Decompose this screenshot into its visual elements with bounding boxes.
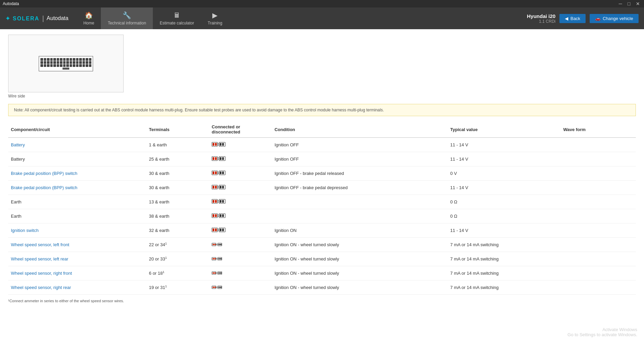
note-text: Note: All component/circuit testing is c… [14, 108, 384, 112]
back-button[interactable]: ◀ Back [559, 14, 586, 23]
nav-estimate-label: Estimate calculator [160, 21, 194, 25]
svg-rect-42 [215, 214, 217, 217]
navbar: ✦ SOLERA | Autodata 🏠 Home 🔧 Technical i… [0, 7, 644, 29]
terminals-cell: 22 or 341 [146, 238, 209, 252]
svg-rect-76 [220, 272, 221, 274]
component-link[interactable]: Battery [11, 142, 25, 147]
condition-cell: Ignition OFF [272, 138, 447, 152]
wave-cell [560, 166, 636, 181]
wrench-icon: 🔧 [123, 11, 131, 19]
svg-rect-2 [215, 143, 217, 146]
header-typical: Typical value [448, 122, 561, 138]
svg-rect-39 [222, 200, 224, 203]
condition-cell: Ignition OFF - brake pedal released [272, 166, 447, 181]
typical-cell: 7 mA or 14 mA switching [448, 266, 561, 280]
svg-rect-22 [220, 171, 221, 174]
change-vehicle-button[interactable]: 🚗 Change vehicle [590, 14, 639, 23]
table-row: Wheel speed sensor, left rear20 or 331 I… [8, 252, 636, 266]
table-body: Battery1 & earth Ignition OFF11 - 14 VBa… [8, 138, 636, 295]
svg-rect-38 [220, 200, 221, 203]
svg-rect-7 [222, 143, 224, 146]
connected-cell [209, 252, 272, 266]
logo-divider: | [42, 15, 44, 22]
svg-rect-78 [213, 287, 214, 288]
header-terminals: Terminals [146, 122, 209, 138]
svg-rect-82 [218, 287, 220, 288]
svg-rect-71 [213, 272, 214, 274]
svg-rect-72 [214, 272, 216, 274]
header-component: Component/circuit [8, 122, 146, 138]
condition-cell [272, 209, 447, 223]
component-link[interactable]: Wheel speed sensor, left front [11, 242, 69, 247]
terminals-cell: 38 & earth [146, 209, 209, 223]
note-box: Note: All component/circuit testing is c… [8, 104, 636, 116]
logo-area: ✦ SOLERA | Autodata [5, 15, 68, 22]
calculator-icon: 🖩 [174, 12, 180, 19]
svg-rect-1 [213, 143, 214, 146]
svg-rect-54 [220, 229, 221, 231]
wave-cell [560, 280, 636, 295]
app-title: Autodata [3, 1, 19, 6]
nav-technical[interactable]: 🔧 Technical information [101, 7, 153, 29]
svg-rect-25 [213, 186, 214, 188]
nav-home-label: Home [83, 21, 94, 25]
main-content: Wire side Note: All component/circuit te… [0, 29, 644, 308]
wave-cell [560, 238, 636, 252]
connected-cell [209, 181, 272, 195]
typical-cell: 7 mA or 14 mA switching [448, 280, 561, 295]
condition-cell [272, 195, 447, 209]
svg-rect-34 [215, 200, 217, 203]
svg-rect-50 [215, 229, 217, 231]
component-link[interactable]: Wheel speed sensor, right rear [11, 285, 71, 290]
minimize-button[interactable]: ─ [618, 1, 624, 6]
nav-right: Hyundai i20 1.1 CRDi ◀ Back 🚗 Change veh… [527, 13, 639, 24]
svg-rect-55 [222, 229, 224, 231]
close-button[interactable]: ✕ [634, 1, 641, 6]
component-link[interactable]: Wheel speed sensor, right front [11, 271, 72, 276]
play-icon: ▶ [212, 11, 217, 19]
table-row: Brake pedal position (BPP) switch30 & ea… [8, 181, 636, 195]
title-bar: Autodata ─ □ ✕ [0, 0, 644, 7]
svg-rect-83 [220, 287, 221, 288]
nav-technical-label: Technical information [108, 21, 146, 25]
typical-cell: 11 - 14 V [448, 223, 561, 238]
terminals-cell: 30 & earth [146, 181, 209, 195]
vehicle-info: Hyundai i20 1.1 CRDi [527, 13, 555, 24]
terminals-cell: 19 or 311 [146, 280, 209, 295]
svg-rect-31 [222, 186, 224, 188]
table-row: Wheel speed sensor, left front22 or 341 … [8, 238, 636, 252]
component-link[interactable]: Ignition switch [11, 228, 39, 233]
car-icon: 🚗 [595, 16, 601, 21]
component-link[interactable]: Brake pedal position (BPP) switch [11, 185, 77, 190]
typical-cell: 0 V [448, 166, 561, 181]
connected-cell [209, 280, 272, 295]
wave-cell [560, 195, 636, 209]
component-cell: Earth [8, 195, 146, 209]
nav-training[interactable]: ▶ Training [201, 7, 229, 29]
condition-cell: Ignition ON - wheel turned slowly [272, 252, 447, 266]
component-link[interactable]: Wheel speed sensor, left rear [11, 256, 68, 261]
connected-cell [209, 238, 272, 252]
terminals-cell: 25 & earth [146, 152, 209, 166]
solera-logo: ✦ SOLERA [5, 15, 39, 22]
maximize-button[interactable]: □ [626, 1, 632, 6]
component-cell: Earth [8, 209, 146, 223]
svg-rect-23 [222, 171, 224, 174]
table-row: Wheel speed sensor, right front6 or 181 … [8, 266, 636, 280]
svg-rect-33 [213, 200, 214, 203]
connected-cell [209, 166, 272, 181]
back-icon: ◀ [565, 16, 568, 21]
nav-estimate[interactable]: 🖩 Estimate calculator [153, 7, 201, 29]
diagram-box [8, 35, 124, 92]
component-link[interactable]: Brake pedal position (BPP) switch [11, 171, 77, 176]
svg-rect-6 [220, 143, 221, 146]
typical-cell: 0 Ω [448, 195, 561, 209]
table-row: Battery1 & earth Ignition OFF11 - 14 V [8, 138, 636, 152]
autodata-logo: Autodata [47, 15, 68, 21]
svg-rect-75 [218, 272, 220, 274]
condition-cell: Ignition ON - wheel turned slowly [272, 238, 447, 252]
svg-rect-17 [213, 171, 214, 174]
nav-training-label: Training [208, 21, 222, 25]
nav-home[interactable]: 🏠 Home [76, 7, 101, 29]
connected-cell [209, 209, 272, 223]
